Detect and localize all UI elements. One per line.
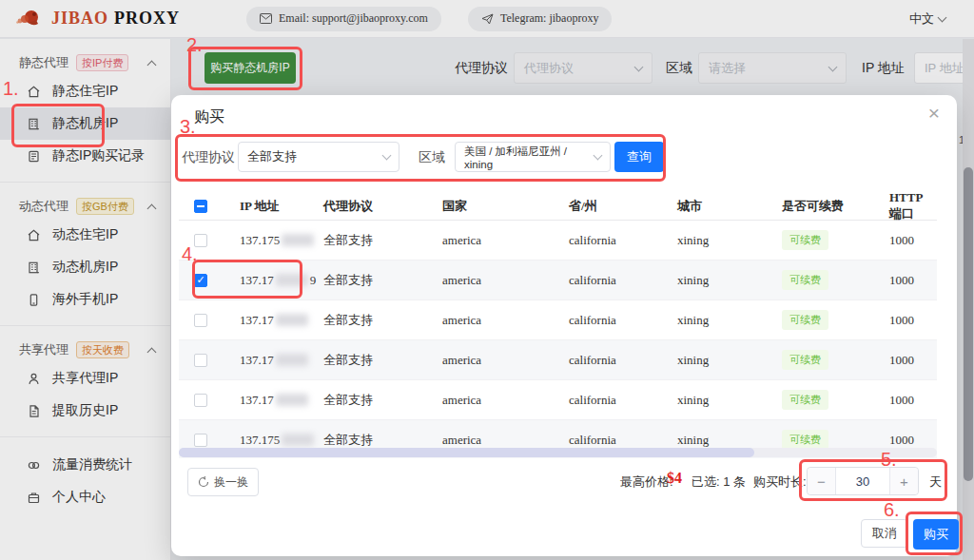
- modal-region-value: 美国 / 加利福尼亚州 / xining: [464, 145, 594, 170]
- country-cell: america: [442, 313, 569, 328]
- modal-protocol-value: 全部支持: [247, 148, 297, 165]
- stepper-plus-button[interactable]: +: [889, 468, 918, 494]
- shuffle-button-label: 换一换: [214, 474, 248, 491]
- country-cell: america: [442, 353, 569, 368]
- column-header: 代理协议: [323, 198, 442, 215]
- http-port-cell: 1000: [889, 233, 937, 248]
- buy-button[interactable]: 购买: [913, 519, 959, 550]
- country-cell: america: [442, 393, 569, 408]
- protocol-cell: 全部支持: [323, 392, 442, 409]
- app-root: JIBAOPROXY Email: support@jibaoproxy.com…: [0, 0, 974, 560]
- renewable-badge: 可续费: [782, 310, 828, 330]
- renewable-cell: 可续费: [782, 270, 889, 290]
- redacted-ip-segment: [276, 274, 308, 286]
- purchase-modal: 购买 × 代理协议 全部支持 区域 美国 / 加利福尼亚州 / xining 查…: [171, 95, 957, 556]
- renewable-cell: 可续费: [782, 390, 889, 410]
- stepper-minus-button[interactable]: −: [808, 468, 836, 494]
- step-annotation-6: 6.: [884, 499, 900, 521]
- redacted-ip-segment: [282, 434, 314, 446]
- http-port-cell: 1000: [889, 433, 937, 448]
- city-cell: xining: [677, 273, 782, 288]
- renewable-badge: 可续费: [782, 390, 828, 410]
- protocol-cell: 全部支持: [323, 232, 442, 249]
- redacted-ip-segment: [276, 394, 308, 406]
- table-row[interactable]: 137.17全部支持americacaliforniaxining可续费1000: [179, 380, 937, 420]
- close-icon[interactable]: ×: [928, 103, 940, 123]
- city-cell: xining: [677, 313, 782, 328]
- state-cell: california: [569, 393, 677, 408]
- column-header: 省/州: [569, 198, 677, 215]
- http-port-cell: 1000: [889, 273, 937, 288]
- duration-input[interactable]: [836, 468, 889, 494]
- table-row[interactable]: 137.17全部支持americacaliforniaxining可续费1000: [179, 300, 937, 340]
- renewable-badge: 可续费: [782, 270, 828, 290]
- ip-table: IP 地址代理协议国家省/州城市是否可续费HTTP 端口137.175全部支持a…: [179, 190, 937, 458]
- state-cell: california: [569, 233, 677, 248]
- ip-cell: 137.17: [240, 393, 323, 408]
- max-price-value: $4: [667, 470, 682, 487]
- renewable-cell: 可续费: [782, 430, 889, 450]
- city-cell: xining: [677, 393, 782, 408]
- table-row[interactable]: 137.175全部支持americacaliforniaxining可续费100…: [179, 221, 937, 261]
- column-header: 是否可续费: [782, 198, 889, 215]
- country-cell: america: [442, 273, 569, 288]
- renewable-badge: 可续费: [782, 350, 828, 370]
- column-header: IP 地址: [240, 198, 323, 215]
- refresh-icon: [198, 476, 209, 488]
- redacted-ip-segment: [276, 314, 308, 326]
- state-cell: california: [569, 313, 677, 328]
- step-annotation-5: 5.: [881, 449, 897, 471]
- redacted-ip-segment: [276, 354, 308, 366]
- http-port-cell: 1000: [889, 393, 937, 408]
- selected-count-label: 已选: 1 条: [692, 473, 746, 491]
- select-all-checkbox[interactable]: [194, 200, 207, 213]
- renewable-badge: 可续费: [782, 230, 828, 250]
- step-annotation-2: 2.: [186, 34, 203, 56]
- renewable-badge: 可续费: [782, 430, 828, 450]
- row-checkbox[interactable]: ✓: [194, 274, 207, 287]
- ip-cell: 137.175: [240, 233, 323, 248]
- protocol-cell: 全部支持: [323, 312, 442, 329]
- country-cell: america: [442, 233, 569, 248]
- row-checkbox[interactable]: [194, 394, 207, 407]
- country-cell: america: [442, 433, 569, 448]
- step-annotation-1: 1.: [3, 78, 19, 100]
- modal-title: 购买: [194, 107, 224, 127]
- renewable-cell: 可续费: [782, 350, 889, 370]
- http-port-cell: 1000: [889, 353, 937, 368]
- search-button[interactable]: 查询: [614, 142, 664, 172]
- modal-region-select[interactable]: 美国 / 加利福尼亚州 / xining: [455, 142, 611, 172]
- renewable-cell: 可续费: [782, 310, 889, 330]
- ip-cell: 137.179: [240, 273, 323, 288]
- state-cell: california: [569, 433, 677, 448]
- table-horizontal-scrollbar-thumb[interactable]: [179, 448, 754, 457]
- column-header: HTTP 端口: [889, 190, 937, 222]
- modal-region-label: 区域: [419, 149, 445, 166]
- duration-stepper: − +: [807, 467, 919, 495]
- row-checkbox[interactable]: [194, 354, 207, 367]
- http-port-cell: 1000: [889, 313, 937, 328]
- state-cell: california: [569, 353, 677, 368]
- column-header: 城市: [677, 198, 782, 215]
- cancel-button[interactable]: 取消: [861, 519, 908, 548]
- chevron-down-icon: [382, 151, 392, 161]
- row-checkbox[interactable]: [194, 314, 207, 327]
- redacted-ip-segment: [282, 234, 314, 246]
- duration-label: 购买时长:: [753, 473, 807, 491]
- modal-protocol-select[interactable]: 全部支持: [238, 142, 399, 172]
- ip-cell: 137.175: [240, 433, 323, 448]
- protocol-cell: 全部支持: [323, 432, 442, 449]
- shuffle-button[interactable]: 换一换: [187, 468, 259, 496]
- step-annotation-3: 3.: [180, 116, 196, 138]
- renewable-cell: 可续费: [782, 230, 889, 250]
- row-checkbox[interactable]: [194, 434, 207, 447]
- table-horizontal-scrollbar-track[interactable]: [179, 448, 937, 457]
- ip-cell: 137.17: [240, 313, 323, 328]
- modal-protocol-label: 代理协议: [182, 149, 235, 166]
- state-cell: california: [569, 273, 677, 288]
- table-header-row: IP 地址代理协议国家省/州城市是否可续费HTTP 端口: [179, 190, 937, 221]
- protocol-cell: 全部支持: [323, 272, 442, 289]
- column-header: 国家: [442, 198, 569, 215]
- table-row[interactable]: ✓137.179全部支持americacaliforniaxining可续费10…: [179, 261, 937, 300]
- table-row[interactable]: 137.17全部支持americacaliforniaxining可续费1000: [179, 340, 937, 380]
